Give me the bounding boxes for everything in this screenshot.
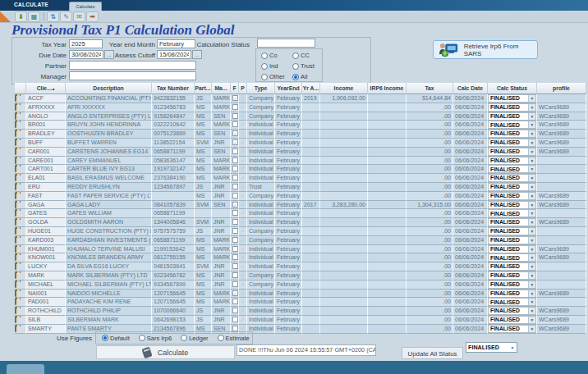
cell-description[interactable]: NAIDOO MICHELLE xyxy=(66,290,152,299)
cell-year_end[interactable]: February xyxy=(275,130,302,139)
cell-tax_number[interactable]: 9223456782 xyxy=(152,271,195,280)
cell-income[interactable] xyxy=(320,209,368,218)
cell-manager[interactable]: JNR xyxy=(212,307,231,316)
calc-status-select[interactable]: FINALISED▾ xyxy=(488,139,536,147)
calc-status-select[interactable]: FINALISED▾ xyxy=(488,209,536,217)
cell-calc_date[interactable]: 06/06/2024 xyxy=(453,165,488,174)
cell-profile[interactable]: WCars9689 xyxy=(537,130,586,139)
cell-partner[interactable]: MS xyxy=(195,236,212,245)
use-figures-option-sars-irp6[interactable]: Sars Irp6 xyxy=(139,335,172,342)
cell-type[interactable]: Individual xyxy=(247,218,275,227)
cell-year_end[interactable]: February xyxy=(275,245,302,254)
cell-tax[interactable]: .00 xyxy=(407,280,453,290)
cell-description[interactable]: GOLDSMITH AARON xyxy=(66,218,152,227)
cell-irp6_income[interactable] xyxy=(368,192,407,201)
entity-filter-radio[interactable] xyxy=(261,63,268,70)
cell-code[interactable]: ANGLO xyxy=(26,112,66,121)
tax-year-input[interactable] xyxy=(69,39,103,48)
table-icon[interactable]: ▦ xyxy=(28,11,40,22)
entity-filter-option-cc[interactable]: CC xyxy=(292,52,327,59)
entity-filter-radio[interactable] xyxy=(292,74,299,80)
cell-profile[interactable]: WCars9689 xyxy=(537,148,586,157)
cell-tax_number[interactable]: 0841057839 xyxy=(152,201,195,210)
cell-profile[interactable] xyxy=(537,262,586,271)
cell-code[interactable]: MICHAEL xyxy=(26,280,66,290)
cell-calc_date[interactable]: 06/06/2024 xyxy=(453,201,488,210)
cell-description[interactable]: KARDASHIAN INVESTMENTS (PTY) LTD xyxy=(66,236,152,245)
cell-year_end[interactable]: February xyxy=(275,298,302,307)
cell-tax_number[interactable]: 1344005846 xyxy=(152,218,195,227)
cell-description[interactable]: CARTER BLUE IVY EG13 xyxy=(66,165,152,174)
entity-filter-radio[interactable] xyxy=(261,52,268,59)
cell-code[interactable]: CAR001 xyxy=(26,148,66,157)
cell-income[interactable] xyxy=(320,290,368,299)
cell-manager[interactable]: JNR xyxy=(212,280,231,290)
cell-yr_assessed[interactable] xyxy=(302,103,320,112)
cell-description[interactable]: GATES WILLIAM xyxy=(66,209,152,218)
cell-tax[interactable]: .00 xyxy=(407,316,453,325)
cell-calc_date[interactable]: 06/06/2024 xyxy=(453,307,488,316)
cell-yr_assessed[interactable] xyxy=(302,280,320,290)
cell-code[interactable]: MARK xyxy=(26,271,66,280)
f-checkbox[interactable] xyxy=(232,148,238,154)
f-checkbox[interactable] xyxy=(232,317,238,322)
cell-tax[interactable]: .00 xyxy=(407,253,453,262)
cell-irp6_income[interactable] xyxy=(368,183,407,192)
cell-irp6_income[interactable] xyxy=(368,112,407,121)
cell-yr_assessed[interactable] xyxy=(302,157,320,166)
entity-filter-option-other[interactable]: Other xyxy=(261,73,292,80)
cell-irp6_income[interactable] xyxy=(368,236,407,245)
cell-income[interactable] xyxy=(320,121,368,130)
cell-calc_date[interactable]: 06/06/2024 xyxy=(453,148,488,157)
cell-manager[interactable]: JNR xyxy=(212,316,231,325)
cell-tax[interactable]: .00 xyxy=(407,218,453,227)
cell-code[interactable]: BR001 xyxy=(26,121,66,130)
f-checkbox[interactable]: ✓ xyxy=(232,290,238,296)
cell-yr_assessed[interactable] xyxy=(302,139,320,148)
exit-icon[interactable]: ➡ xyxy=(86,11,99,22)
cell-yr_assessed[interactable] xyxy=(302,209,320,218)
cell-year_end[interactable]: February xyxy=(275,307,302,316)
cell-calc_date[interactable]: 06/06/2024 xyxy=(453,130,488,139)
cell-partner[interactable]: MS xyxy=(195,192,212,201)
cell-type[interactable]: Individual xyxy=(247,245,275,254)
cell-income[interactable] xyxy=(320,183,368,192)
cell-tax_number[interactable]: 9158264847 xyxy=(152,112,195,121)
cell-irp6_income[interactable] xyxy=(368,103,407,112)
cell-profile[interactable]: WCars9689 xyxy=(537,121,586,130)
f-checkbox[interactable]: ✓ xyxy=(232,130,238,136)
cell-tax_number[interactable] xyxy=(152,192,195,201)
cell-calc_date[interactable]: 06/06/2024 xyxy=(453,174,488,183)
cell-manager[interactable]: JNR xyxy=(212,218,231,227)
cell-type[interactable]: Company xyxy=(247,271,275,280)
cell-yr_assessed[interactable] xyxy=(302,192,320,201)
cell-calc_date[interactable]: 06/06/2024 xyxy=(453,183,488,192)
cell-income[interactable] xyxy=(320,174,368,183)
column-header-code[interactable]: Clie...▴ xyxy=(26,83,66,94)
cell-calc_date[interactable]: 06/06/2024 xyxy=(453,227,488,236)
cell-type[interactable]: Individual xyxy=(247,121,275,130)
cell-type[interactable]: Individual xyxy=(247,253,275,262)
cell-profile[interactable] xyxy=(537,165,586,174)
cell-profile[interactable]: WCars9689 xyxy=(537,139,586,148)
cell-profile[interactable] xyxy=(537,174,586,183)
cell-profile[interactable]: WCars9689 xyxy=(537,253,586,262)
cell-calc_date[interactable]: 06/06/2024 xyxy=(453,209,488,218)
cell-code[interactable]: BRADLEY xyxy=(26,130,66,139)
cell-year_end[interactable]: February xyxy=(275,325,302,334)
cell-type[interactable]: Individual xyxy=(247,174,275,183)
cell-description[interactable]: MARK SILBERMAN (PTY) LTD xyxy=(66,271,152,280)
calc-status-select[interactable]: FINALISED▾ xyxy=(488,325,536,333)
cell-type[interactable]: Individual xyxy=(247,139,275,148)
cell-profile[interactable] xyxy=(537,236,586,245)
cell-partner[interactable]: MS xyxy=(195,253,212,262)
cell-calc_date[interactable]: 06/06/2024 xyxy=(453,112,488,121)
sort-columns-icon[interactable]: ⇅ xyxy=(47,11,59,22)
cell-profile[interactable]: WCars9689 xyxy=(537,290,586,299)
cell-irp6_income[interactable] xyxy=(368,245,407,254)
cell-tax[interactable]: .00 xyxy=(407,148,453,157)
cell-type[interactable]: Company xyxy=(247,112,275,121)
cell-tax[interactable]: .00 xyxy=(407,209,453,218)
cell-code[interactable]: NAI001 xyxy=(26,290,66,299)
cell-tax_number[interactable]: 9123456783 xyxy=(152,103,195,112)
